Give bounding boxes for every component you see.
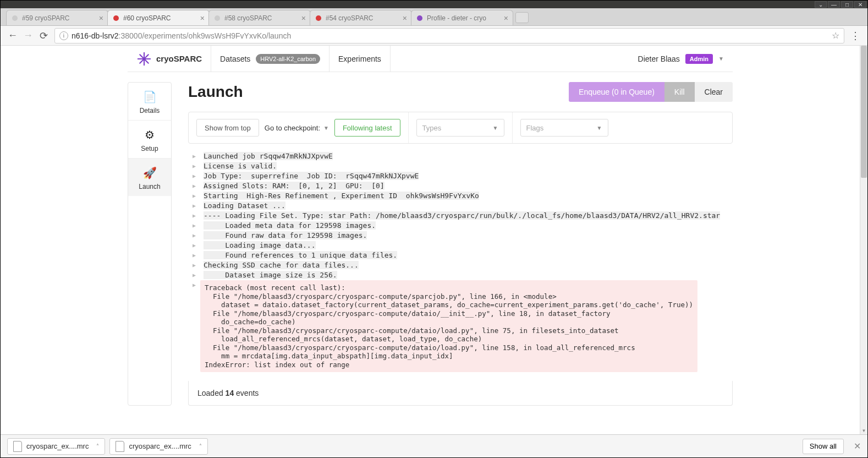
tab-title: #58 cryoSPARC [224,14,299,22]
goto-checkpoint-dropdown[interactable]: Go to checkpoint: ▼ [265,124,329,132]
log-line: ▶License is valid. [188,161,733,171]
sidebar-label-details: Details [140,107,160,115]
traceback-body: Traceback (most recent call last): File … [200,280,697,372]
kill-button[interactable]: Kill [664,82,695,102]
brand[interactable]: cryoSPARC [128,46,211,72]
tab-favicon [213,14,221,22]
tab-strip: #59 cryoSPARC×#60 cryoSPARC×#58 cryoSPAR… [1,8,867,26]
os-title-bar: ⌄ — □ ✕ [1,1,867,8]
types-placeholder: Types [422,124,442,132]
bookmark-star-icon[interactable]: ☆ [832,30,839,41]
log-text: Job Type: superrefine Job ID: rSqqw47mRk… [200,171,733,181]
file-icon [13,441,22,452]
site-info-icon[interactable]: i [59,31,68,40]
rocket-icon: 🚀 [143,166,157,179]
sidebar-item-setup[interactable]: ⚙ Setup [128,120,171,158]
tab-favicon [416,14,424,22]
log-expand-icon[interactable]: ▶ [188,280,200,372]
log-text: Found references to 1 unique data files. [200,250,733,260]
following-latest-button[interactable]: Following latest [334,119,400,137]
chevron-down-icon: ▼ [323,125,329,131]
log-expand-icon[interactable]: ▶ [188,250,200,260]
nav-back-icon[interactable]: ← [5,28,20,43]
log-toolbar: Show from top Go to checkpoint: ▼ Follow… [188,112,733,144]
sidebar-label-launch: Launch [139,183,160,190]
tab-close-icon[interactable]: × [301,14,306,23]
flags-filter[interactable]: Flags ▼ [520,119,608,137]
log-expand-icon[interactable]: ▶ [188,241,200,250]
nav-reload-icon[interactable]: ⟳ [36,28,51,43]
log-expand-icon[interactable]: ▶ [188,270,200,280]
show-from-top-button[interactable]: Show from top [196,119,259,137]
user-menu[interactable]: Dieter Blaas Admin ▼ [629,54,733,64]
vertical-scrollbar[interactable]: ▲ ▼ [860,46,867,434]
log-line: ▶ Dataset image size is 256. [188,270,733,280]
page-title: Launch [188,83,243,101]
tab-close-icon[interactable]: × [403,14,407,23]
tab-close-icon[interactable]: × [99,14,103,23]
scrollbar-thumb[interactable] [861,46,867,178]
window-minimize-icon[interactable]: — [828,1,840,8]
download-item-2[interactable]: cryosparc_ex....mrc ˄ [109,438,207,455]
log-expand-icon[interactable]: ▶ [188,191,200,201]
browser-tab[interactable]: #59 cryoSPARC× [6,10,108,25]
action-buttons: Enqueue (0 in Queue) Kill Clear [569,82,733,102]
log-expand-icon[interactable]: ▶ [188,211,200,221]
content-area: Launch Enqueue (0 in Queue) Kill Clear S… [188,82,733,406]
chevron-down-icon: ▼ [718,56,724,62]
log-text: Launched job rSqqw47mRkNJXpvwE [200,151,733,161]
log-expand-icon[interactable]: ▶ [188,201,200,211]
cryosparc-logo-icon [136,51,152,67]
clear-button[interactable]: Clear [695,82,733,102]
footer-count: 14 [226,389,234,397]
log-text: Dataset image size is 256. [200,270,733,280]
download-item-1[interactable]: cryosparc_ex....mrc ˄ [7,438,105,455]
types-filter[interactable]: Types ▼ [416,119,504,137]
file-icon [116,441,124,452]
tab-close-icon[interactable]: × [200,14,205,23]
log-text: Found raw data for 129598 images. [200,231,733,241]
browser-tab[interactable]: #58 cryoSPARC× [208,10,311,25]
tab-title: Profile - dieter - cryo [427,14,502,22]
sidebar-item-launch[interactable]: 🚀 Launch [128,158,171,196]
close-downloads-bar-icon[interactable]: ✕ [854,441,861,451]
nav-datasets[interactable]: Datasets HRV2-all-K2_carbon [211,46,329,72]
browser-menu-icon[interactable]: ⋮ [848,28,863,43]
nav-forward-icon: → [20,28,36,43]
log-expand-icon[interactable]: ▶ [188,161,200,171]
tab-title: #60 cryoSPARC [123,14,198,22]
window-maximize-icon[interactable]: □ [841,1,853,8]
window-more-icon[interactable]: ⌄ [815,1,827,8]
log-line: ▶Starting High-Res Refinement , Experime… [188,191,733,201]
chevron-up-icon[interactable]: ˄ [199,443,202,449]
sidebar: 📄 Details ⚙ Setup 🚀 Launch [128,82,172,406]
log-text: Starting High-Res Refinement , Experimen… [200,191,733,201]
log-expand-icon[interactable]: ▶ [188,260,200,270]
chevron-down-icon: ▼ [493,125,498,131]
enqueue-button[interactable]: Enqueue (0 in Queue) [569,82,664,102]
nav-experiments[interactable]: Experiments [329,46,391,72]
show-all-downloads-button[interactable]: Show all [803,439,844,454]
browser-tab[interactable]: #60 cryoSPARC× [107,10,210,25]
chevron-up-icon[interactable]: ˄ [96,443,99,449]
log-expand-icon[interactable]: ▶ [188,151,200,161]
log-line: ▶ Loading image data... [188,241,733,250]
app-header: cryoSPARC Datasets HRV2-all-K2_carbon Ex… [128,46,733,72]
browser-tab[interactable]: #54 cryoSPARC× [310,10,412,25]
log-line: ▶Job Type: superrefine Job ID: rSqqw47mR… [188,171,733,181]
url-field[interactable]: i n616-db-lsrv2:38000/experiments/ohk9ws… [54,28,844,43]
log-line: ▶Loading Dataset ... [188,201,733,211]
log-line: ▶Assigned Slots: RAM: [0, 1, 2] GPU: [0] [188,181,733,191]
new-tab-button[interactable] [515,12,529,23]
window-close-icon[interactable]: ✕ [854,1,866,8]
sidebar-label-setup: Setup [141,145,158,152]
scroll-down-icon[interactable]: ▼ [860,427,867,434]
log-expand-icon[interactable]: ▶ [188,231,200,241]
gears-icon: ⚙ [145,128,155,141]
log-expand-icon[interactable]: ▶ [188,221,200,231]
tab-close-icon[interactable]: × [504,14,508,23]
log-expand-icon[interactable]: ▶ [188,171,200,181]
browser-tab[interactable]: Profile - dieter - cryo× [411,10,513,25]
log-expand-icon[interactable]: ▶ [188,181,200,191]
sidebar-item-details[interactable]: 📄 Details [128,83,171,120]
